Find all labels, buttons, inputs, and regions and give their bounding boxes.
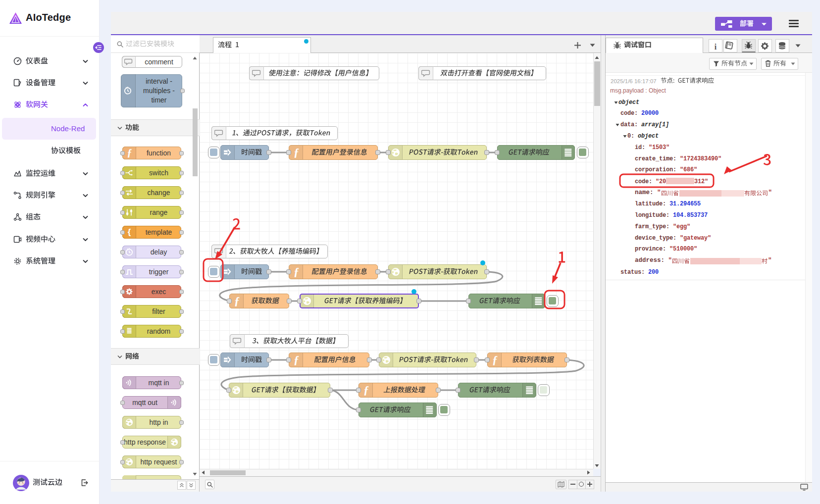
svg-text:i: i: [715, 43, 717, 51]
svg-text:ƒ: ƒ: [127, 147, 132, 158]
svg-text:{: {: [128, 227, 131, 237]
